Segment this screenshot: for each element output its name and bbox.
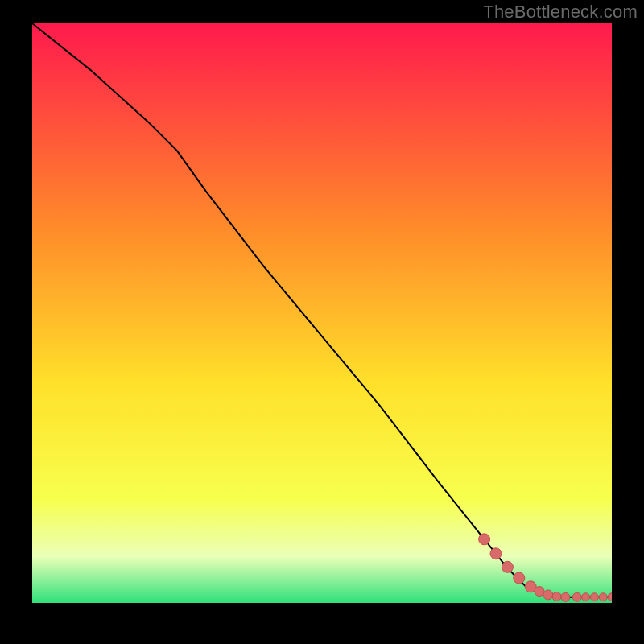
- marker-point: [502, 561, 513, 572]
- marker-point: [599, 593, 607, 601]
- marker-point: [479, 534, 490, 545]
- marker-point: [561, 592, 570, 601]
- marker-point: [514, 572, 525, 584]
- plot-area: [32, 23, 612, 603]
- chart-svg: [32, 23, 612, 603]
- gradient-background: [32, 23, 612, 603]
- marker-point: [543, 590, 553, 600]
- chart-frame: TheBottleneck.com: [0, 0, 644, 644]
- marker-point: [582, 593, 590, 601]
- marker-point: [552, 592, 561, 601]
- watermark-text: TheBottleneck.com: [483, 2, 638, 23]
- marker-point: [590, 593, 598, 601]
- marker-point: [490, 548, 502, 559]
- marker-point: [572, 592, 581, 601]
- marker-point: [535, 587, 544, 597]
